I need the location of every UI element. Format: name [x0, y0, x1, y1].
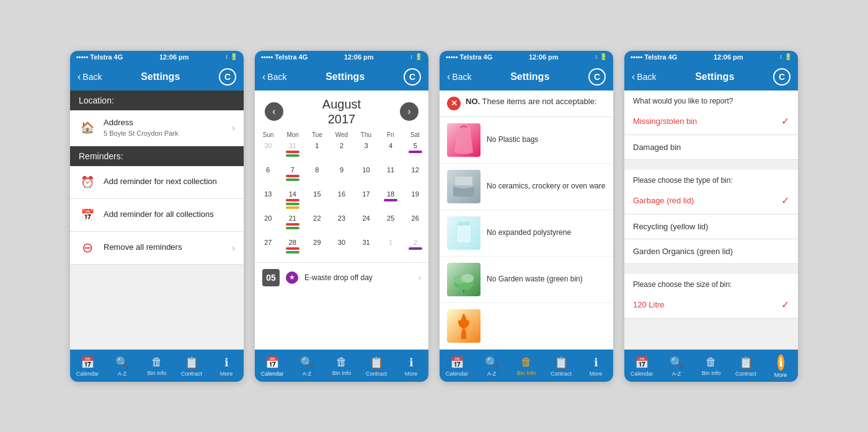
cal-cell[interactable]: 17 [354, 189, 378, 213]
cal-cell[interactable]: 7 [281, 165, 305, 188]
tab-more-4[interactable]: ℹ More [767, 355, 794, 378]
cal-cell[interactable]: 10 [354, 165, 378, 188]
cal-cell[interactable]: 16 [330, 189, 354, 213]
cal-cell[interactable]: 2 [403, 237, 427, 261]
cal-cell[interactable]: 9 [330, 165, 354, 188]
cal-cell[interactable]: 6 [256, 165, 280, 188]
back-chevron-2: ‹ [262, 71, 265, 82]
damaged-bin-label: Damaged bin [633, 143, 681, 152]
nav-title-4: Settings [695, 71, 734, 82]
report-q2: Please choose the type of bin: [624, 170, 798, 187]
remove-icon: ⊖ [79, 239, 96, 257]
az-tab-icon-2: 🔍 [300, 356, 314, 369]
tab-calendar-1[interactable]: 📅 Calendar [74, 356, 101, 377]
report-120-litre[interactable]: 120 Litre ✓ [624, 291, 798, 319]
cal-next-btn[interactable]: › [400, 102, 418, 121]
cal-cell[interactable]: 14 [281, 189, 305, 213]
cal-cell[interactable]: 2 [330, 141, 354, 164]
tab-contract-4[interactable]: 📋 Contract [732, 356, 760, 377]
report-recycling-yellow[interactable]: Recycling (yellow lid) [624, 214, 798, 239]
carrier-1: ••••• Telstra 4G [76, 53, 123, 61]
battery-icons-2: ↕ 🔋 [410, 53, 422, 60]
cal-cell[interactable]: 31 [281, 141, 305, 164]
cal-grid: 30 31 1 2 3 4 5 6 7 8 [255, 139, 428, 262]
tab-az-2[interactable]: 🔍 A-Z [293, 356, 321, 377]
contract-tab-icon-1: 📋 [185, 356, 198, 369]
cal-cell[interactable]: 26 [403, 213, 427, 237]
reminder-next-item[interactable]: ⏰ Add reminder for next collection [70, 166, 244, 199]
cal-cell[interactable]: 3 [354, 141, 378, 164]
report-missing-bin[interactable]: Missing/stolen bin ✓ [624, 108, 798, 135]
tab-bininfo-2[interactable]: 🗑 Bin Info [328, 356, 355, 376]
cal-cell[interactable]: 30 [330, 237, 354, 261]
nav-logo-2: C [404, 68, 421, 86]
tab-az-4[interactable]: 🔍 A-Z [663, 356, 690, 377]
tab-az-3[interactable]: 🔍 A-Z [478, 356, 505, 377]
cal-cell[interactable]: 24 [354, 213, 378, 237]
cal-cell[interactable]: 29 [305, 237, 329, 261]
cal-cell[interactable]: 19 [403, 189, 427, 213]
back-button-3[interactable]: ‹ Back [447, 71, 471, 82]
remove-reminders-item[interactable]: ⊖ Remove all reminders › [70, 232, 244, 265]
cal-cell[interactable]: 11 [379, 165, 403, 188]
cal-cell[interactable]: 15 [305, 189, 329, 213]
time-1: 12:06 pm [159, 53, 189, 61]
tab-calendar-4[interactable]: 📅 Calendar [628, 356, 655, 377]
status-bar-3: ••••• Telstra 4G 12:06 pm ↕ 🔋 [440, 51, 613, 63]
reminder-all-item[interactable]: 📅 Add reminder for all collections [70, 199, 244, 232]
tab-bininfo-3[interactable]: 🗑 Bin Info [513, 356, 540, 376]
address-sub: 5 Boyle St Croydon Park [104, 129, 224, 138]
missing-bin-label: Missing/stolen bin [633, 117, 697, 126]
az-tab-icon-3: 🔍 [485, 356, 498, 369]
nav-bar-3: ‹ Back Settings C [440, 63, 613, 90]
calendar-tab-label-3: Calendar [446, 371, 469, 377]
tab-contract-2[interactable]: 📋 Contract [363, 356, 390, 377]
cal-cell[interactable]: 20 [256, 213, 280, 237]
nav-title-3: Settings [510, 71, 549, 82]
cal-cell[interactable]: 8 [305, 165, 329, 188]
home-icon: 🏠 [79, 119, 96, 136]
tab-calendar-3[interactable]: 📅 Calendar [443, 356, 471, 377]
food-image [447, 309, 480, 343]
back-button-1[interactable]: ‹ Back [78, 71, 102, 82]
nav-bar-2: ‹ Back Settings C [255, 63, 428, 90]
cal-cell[interactable]: 27 [256, 237, 280, 261]
tab-contract-1[interactable]: 📋 Contract [178, 356, 205, 377]
tab-contract-3[interactable]: 📋 Contract [547, 356, 575, 377]
tab-calendar-2[interactable]: 📅 Calendar [259, 356, 286, 377]
cal-cell[interactable]: 13 [256, 189, 280, 213]
cal-cell[interactable]: 12 [403, 165, 427, 188]
tab-more-2[interactable]: ℹ More [397, 356, 425, 377]
event-row[interactable]: 05 ★ E-waste drop off day › [255, 262, 428, 293]
tab-bininfo-4[interactable]: 🗑 Bin Info [698, 356, 725, 376]
tab-bininfo-1[interactable]: 🗑 Bin Info [143, 356, 170, 376]
cal-cell[interactable]: 5 [403, 141, 427, 164]
cal-cell[interactable]: 31 [354, 237, 378, 261]
address-item[interactable]: 🏠 Address 5 Boyle St Croydon Park › [70, 110, 244, 146]
cal-cell[interactable]: 4 [379, 141, 403, 164]
cal-cell[interactable]: 23 [330, 213, 354, 237]
cal-prev-btn[interactable]: ‹ [265, 102, 283, 121]
cal-cell[interactable]: 30 [256, 141, 280, 164]
cal-cell[interactable]: 22 [305, 213, 329, 237]
back-button-2[interactable]: ‹ Back [262, 71, 286, 82]
cal-cell[interactable]: 1 [305, 141, 329, 164]
tab-more-1[interactable]: ℹ More [213, 356, 240, 377]
report-garbage-red[interactable]: Garbage (red lid) ✓ [624, 187, 798, 214]
report-damaged-bin[interactable]: Damaged bin [624, 135, 798, 160]
cal-cell[interactable]: 28 [281, 237, 305, 261]
back-button-4[interactable]: ‹ Back [632, 71, 656, 82]
tab-az-1[interactable]: 🔍 A-Z [108, 356, 136, 377]
more-tab-icon-2: ℹ [409, 356, 414, 369]
cal-cell[interactable]: 18 [379, 189, 403, 213]
nav-title-1: Settings [141, 71, 180, 82]
more-tab-label-3: More [590, 371, 603, 377]
tab-bar-3: 📅 Calendar 🔍 A-Z 🗑 Bin Info 📋 Contract ℹ… [440, 350, 613, 382]
status-bar-1: ••••• Telstra 4G 12:06 pm ↕ 🔋 [70, 51, 244, 63]
report-garden-green[interactable]: Garden Organics (green lid) [624, 239, 798, 264]
tab-more-3[interactable]: ℹ More [582, 356, 609, 377]
cal-cell[interactable]: 1 [379, 237, 403, 261]
az-tab-icon-1: 🔍 [115, 356, 129, 369]
cal-cell[interactable]: 25 [379, 213, 403, 237]
cal-cell[interactable]: 21 [281, 213, 305, 237]
